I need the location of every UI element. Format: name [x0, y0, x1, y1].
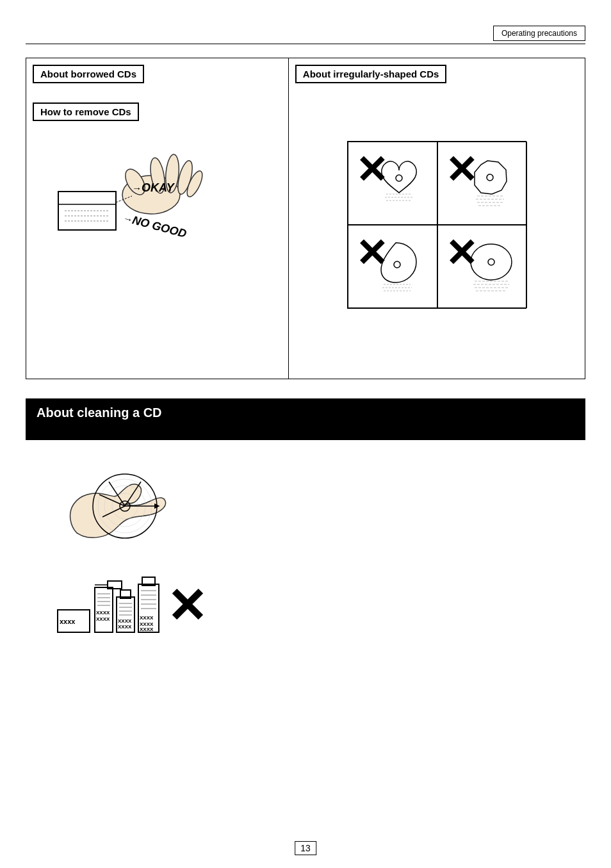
cleaning-heading: About cleaning a CD [28, 400, 583, 425]
cd-octagon-icon: ✕ [444, 148, 521, 218]
svg-text:XXXX: XXXX [96, 610, 110, 616]
svg-text:XXXX: XXXX [140, 626, 154, 632]
right-column: About irregularly-shaped CDs ✕ [289, 58, 585, 379]
svg-point-21 [487, 174, 493, 181]
remove-section: How to remove CDs [33, 102, 282, 264]
header-title-box: Operating precautions [493, 26, 585, 41]
svg-point-27 [394, 261, 400, 268]
cleaning-hand-illustration [51, 450, 211, 552]
cd-oval-cell: ✕ [437, 225, 527, 308]
main-content: About borrowed CDs How to remove CDs [26, 58, 585, 830]
remove-cd-illustration: →OKAY →NO GOOD [45, 134, 263, 262]
cleaning-products-illustration: xxxx XXXX XXXX XXXX XXXX [51, 562, 250, 645]
svg-point-33 [488, 259, 494, 265]
page-number-area: 13 [295, 841, 316, 855]
svg-text:✕: ✕ [355, 149, 387, 192]
svg-point-15 [396, 175, 402, 181]
cd-heart-cell: ✕ [348, 142, 437, 225]
svg-marker-20 [475, 161, 507, 194]
header-title: Operating precautions [501, 29, 577, 38]
svg-text:→OKAY: →OKAY [132, 181, 175, 194]
svg-text:✕: ✕ [355, 232, 387, 275]
cd-oval-icon: ✕ [444, 231, 521, 302]
top-section: About borrowed CDs How to remove CDs [26, 58, 585, 379]
cd-shapes-grid: ✕ [347, 141, 526, 309]
svg-text:→NO GOOD: →NO GOOD [122, 211, 188, 240]
cd-heart-icon: ✕ [354, 148, 431, 218]
irregularly-shaped-heading: About irregularly-shaped CDs [295, 65, 447, 83]
page-number: 13 [295, 841, 316, 855]
borrowed-cds-heading: About borrowed CDs [33, 65, 144, 83]
svg-text:XXXX: XXXX [96, 616, 110, 622]
svg-text:✕: ✕ [167, 579, 207, 633]
svg-text:xxxx: xxxx [60, 618, 76, 625]
left-column: About borrowed CDs How to remove CDs [26, 58, 289, 379]
svg-text:✕: ✕ [445, 149, 477, 192]
svg-text:XXXX: XXXX [118, 624, 132, 630]
svg-text:XXXX: XXXX [140, 615, 154, 621]
top-divider [26, 44, 585, 44]
how-to-remove-heading: How to remove CDs [33, 102, 139, 121]
cd-octagon-cell: ✕ [437, 142, 527, 225]
cd-teardrop-cell: ✕ [348, 225, 437, 308]
cleaning-section: About cleaning a CD [26, 398, 585, 645]
cd-teardrop-icon: ✕ [354, 231, 431, 302]
svg-text:XXXX: XXXX [118, 618, 132, 624]
